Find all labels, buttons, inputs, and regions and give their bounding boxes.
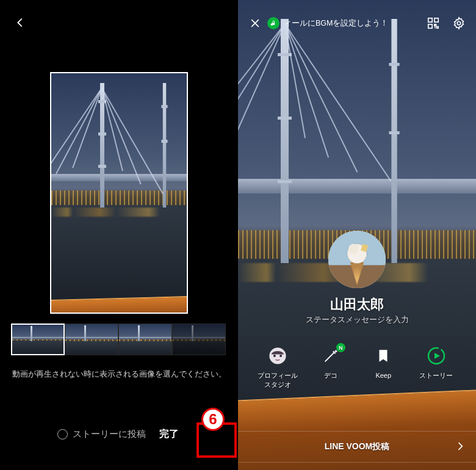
cover-thumbnail[interactable]	[11, 324, 65, 355]
settings-button[interactable]	[450, 15, 467, 32]
voom-label: LINE VOOM投稿	[325, 441, 390, 452]
bgm-prompt-text: ィールにBGMを設定しよう！	[284, 18, 388, 29]
display-name[interactable]: 山田太郎	[238, 295, 476, 314]
profile-screen: ィールにBGMを設定しよう！	[238, 0, 476, 470]
profile-action-row: プロフィール スタジオ N デコ Keep	[238, 345, 476, 389]
line-voom-post-button[interactable]: LINE VOOM投稿	[238, 431, 476, 463]
cover-thumbnail[interactable]	[118, 324, 172, 355]
bottom-bar: ストーリーに投稿 完了	[0, 416, 238, 452]
cover-thumbnail-strip	[11, 324, 227, 355]
radio-icon	[57, 429, 68, 439]
profile-studio-button[interactable]: プロフィール スタジオ	[256, 345, 300, 389]
cover-thumbnail[interactable]	[65, 324, 118, 355]
profile-top-bar: ィールにBGMを設定しよう！	[238, 15, 476, 32]
story-button[interactable]: ストーリー	[414, 345, 458, 389]
done-button[interactable]: 完了	[157, 424, 181, 444]
action-label: プロフィール スタジオ	[258, 371, 298, 389]
svg-point-11	[273, 355, 276, 357]
action-label: デコ	[324, 371, 337, 380]
close-button[interactable]	[247, 15, 264, 32]
new-badge: N	[336, 343, 345, 352]
story-play-icon	[426, 345, 447, 366]
action-label: ストーリー	[419, 371, 453, 380]
chevron-right-icon	[454, 440, 467, 454]
bgm-prompt[interactable]: ィールにBGMを設定しよう！	[267, 17, 388, 29]
profile-avatar[interactable]	[328, 231, 386, 288]
post-to-story-toggle[interactable]: ストーリーに投稿	[57, 428, 146, 440]
svg-point-8	[348, 244, 359, 255]
cover-thumbnail[interactable]	[172, 324, 226, 355]
svg-point-12	[279, 355, 282, 357]
post-to-story-label: ストーリーに投稿	[73, 428, 146, 440]
keep-button[interactable]: Keep	[361, 345, 405, 389]
bookmark-icon	[373, 345, 394, 366]
avatar-face-icon	[267, 345, 288, 366]
hint-text: 動画が再生されない時に表示される画像を選んでください。	[0, 367, 238, 382]
svg-rect-0	[428, 18, 432, 22]
music-note-icon	[267, 17, 279, 29]
status-message-input[interactable]: ステータスメッセージを入力	[238, 315, 476, 325]
svg-rect-2	[428, 24, 432, 28]
svg-rect-1	[435, 18, 438, 22]
cover-preview	[50, 72, 188, 314]
qr-code-button[interactable]	[425, 15, 442, 32]
deco-button[interactable]: N デコ	[309, 345, 353, 389]
action-label: Keep	[375, 371, 391, 380]
cover-select-screen: 動画が再生されない時に表示される画像を選んでください。 ストーリーに投稿 完了 …	[0, 0, 238, 470]
svg-point-3	[457, 21, 461, 25]
svg-point-10	[270, 347, 286, 364]
back-button[interactable]	[13, 16, 32, 34]
